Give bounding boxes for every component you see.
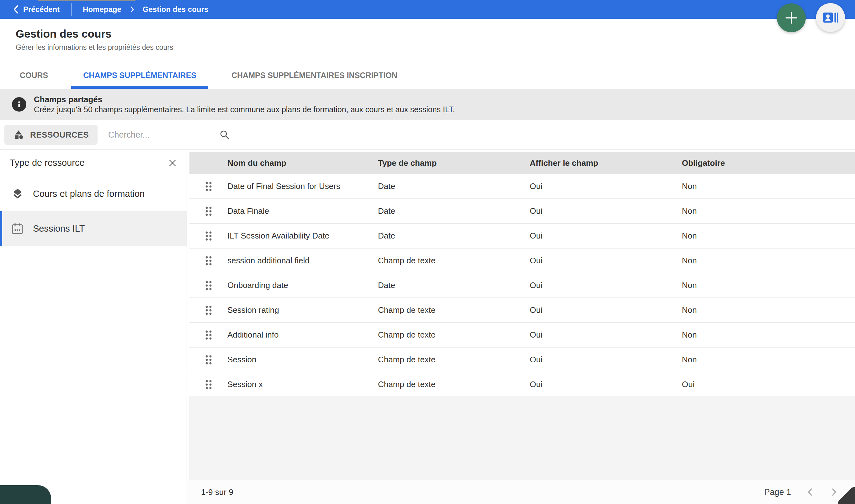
plus-icon: [784, 11, 799, 25]
drag-handle-icon[interactable]: [189, 354, 227, 365]
back-label: Précédent: [23, 5, 59, 14]
breadcrumb-current: Gestion des cours: [143, 5, 208, 14]
breadcrumb-homepage[interactable]: Homepage: [83, 5, 121, 14]
drag-handle-icon[interactable]: [189, 181, 227, 192]
page-header: Gestion des cours Gérer les informations…: [0, 19, 855, 53]
table-cell: Oui: [530, 206, 682, 216]
resources-label: RESSOURCES: [30, 130, 89, 140]
table-row[interactable]: ILT Session Availability DateDateOuiNon: [189, 224, 855, 249]
drag-handle-icon[interactable]: [189, 205, 227, 217]
table-cell: Oui: [682, 380, 855, 389]
table-row[interactable]: Session ratingChamp de texteOuiNon: [189, 298, 855, 323]
shapes-icon: [13, 129, 24, 140]
info-icon: [12, 97, 27, 112]
back-button[interactable]: Précédent: [13, 5, 59, 14]
table-cell: Session: [227, 355, 378, 364]
close-icon[interactable]: [168, 158, 177, 168]
table-row[interactable]: Onboarding dateDateOuiNon: [189, 273, 855, 298]
column-header-obligatoire: Obligatoire: [682, 158, 855, 168]
table-cell: Session rating: [227, 305, 378, 315]
filter-panel: Type de ressource Cours et plans de form…: [0, 150, 187, 504]
drag-handle-icon[interactable]: [189, 329, 227, 341]
pagination-range: 1-9 sur 9: [201, 487, 233, 497]
table-cell: Oui: [530, 281, 682, 290]
drag-handle-icon[interactable]: [189, 280, 227, 291]
user-panel-button[interactable]: [816, 3, 845, 32]
chevron-right-icon: [129, 6, 135, 13]
table-row[interactable]: SessionChamp de texteOuiNon: [189, 347, 855, 372]
table-cell: Onboarding date: [227, 281, 378, 290]
toolbar: RESSOURCES: [0, 120, 855, 150]
column-header-nom-du-champ: Nom du champ: [227, 158, 378, 168]
layers-icon: [11, 187, 24, 200]
drag-handle-icon[interactable]: [189, 379, 227, 390]
table-body: Date of Final Session for UsersDateOuiNo…: [189, 174, 855, 397]
table-row[interactable]: session additional fieldChamp de texteOu…: [189, 249, 855, 273]
table-cell: Champ de texte: [378, 355, 530, 364]
corner-overlay-bottom-left: [0, 485, 51, 504]
table-cell: Oui: [530, 380, 682, 389]
contact-card-icon: [823, 12, 838, 23]
search-input[interactable]: [108, 130, 219, 140]
table-cell: Non: [682, 181, 855, 191]
screen-artifact: [38, 0, 136, 1]
table-cell: Champ de texte: [378, 330, 530, 340]
table-cell: Session x: [227, 380, 378, 389]
table-header-row: Nom du champType de champAfficher le cha…: [189, 152, 855, 174]
table-cell: Champ de texte: [378, 256, 530, 266]
table-cell: Oui: [530, 330, 682, 340]
table-empty-area: [189, 397, 855, 480]
chevron-left-icon: [13, 5, 19, 14]
banner-body: Créez jusqu'à 50 champs supplémentaires.…: [34, 105, 455, 114]
table-row[interactable]: Additional infoChamp de texteOuiNon: [189, 323, 855, 347]
page-title: Gestion des cours: [16, 27, 855, 41]
table-row[interactable]: Session xChamp de texteOuiOui: [189, 372, 855, 397]
table-cell: Non: [682, 256, 855, 266]
table-row[interactable]: Data FinaleDateOuiNon: [189, 199, 855, 224]
table-cell: Non: [682, 206, 855, 216]
filter-item-label: Cours et plans de formation: [33, 189, 144, 199]
pagination-bar: 1-9 sur 9 Page 1: [187, 480, 855, 504]
table-cell: session additional field: [227, 256, 378, 266]
table-area: Nom du champType de champAfficher le cha…: [187, 150, 855, 504]
filter-panel-title: Type de ressource: [10, 158, 85, 168]
column-header-type-de-champ: Type de champ: [378, 158, 530, 168]
filter-item-cours-et-plans-de-formation[interactable]: Cours et plans de formation: [0, 176, 187, 211]
table-cell: Oui: [530, 256, 682, 266]
filter-item-sessions-ilt[interactable]: Sessions ILT: [0, 211, 187, 246]
page-indicator: Page 1: [764, 487, 791, 497]
filter-item-label: Sessions ILT: [33, 223, 85, 234]
tab-bar: COURSCHAMPS SUPPLÉMENTAIRESCHAMPS SUPPLÉ…: [0, 53, 855, 89]
calendar-icon: [11, 222, 24, 235]
resources-button[interactable]: RESSOURCES: [4, 125, 98, 145]
table-cell: Champ de texte: [378, 380, 530, 389]
table-cell: Champ de texte: [378, 305, 530, 315]
tab-champs-suppl-mentaires[interactable]: CHAMPS SUPPLÉMENTAIRES: [71, 71, 208, 89]
drag-handle-icon[interactable]: [189, 255, 227, 266]
table-cell: ILT Session Availability Date: [227, 231, 378, 241]
column-header-afficher-le-champ: Afficher le champ: [530, 158, 682, 168]
previous-page-button[interactable]: [805, 487, 815, 498]
info-banner: Champs partagés Créez jusqu'à 50 champs …: [0, 89, 855, 120]
table-row[interactable]: Date of Final Session for UsersDateOuiNo…: [189, 174, 855, 199]
table-cell: Additional info: [227, 330, 378, 340]
table-cell: Non: [682, 330, 855, 340]
drag-handle-icon[interactable]: [189, 305, 227, 316]
table-cell: Date: [378, 281, 530, 290]
table-cell: Non: [682, 281, 855, 290]
table-cell: Date of Final Session for Users: [227, 181, 378, 191]
table-cell: Date: [378, 206, 530, 216]
search-bar: [108, 120, 218, 150]
table-cell: Non: [682, 305, 855, 315]
table-cell: Oui: [530, 355, 682, 364]
add-button[interactable]: [777, 3, 806, 32]
drag-handle-icon[interactable]: [189, 230, 227, 242]
tab-champs-suppl-mentaires-inscription[interactable]: CHAMPS SUPPLÉMENTAIRES INSCRIPTION: [220, 71, 409, 89]
search-icon[interactable]: [219, 129, 230, 140]
table-cell: Date: [378, 231, 530, 241]
next-page-button[interactable]: [829, 487, 839, 498]
tab-cours[interactable]: COURS: [8, 71, 60, 89]
table-cell: Oui: [530, 231, 682, 241]
table-cell: Non: [682, 231, 855, 241]
table-cell: Non: [682, 355, 855, 364]
